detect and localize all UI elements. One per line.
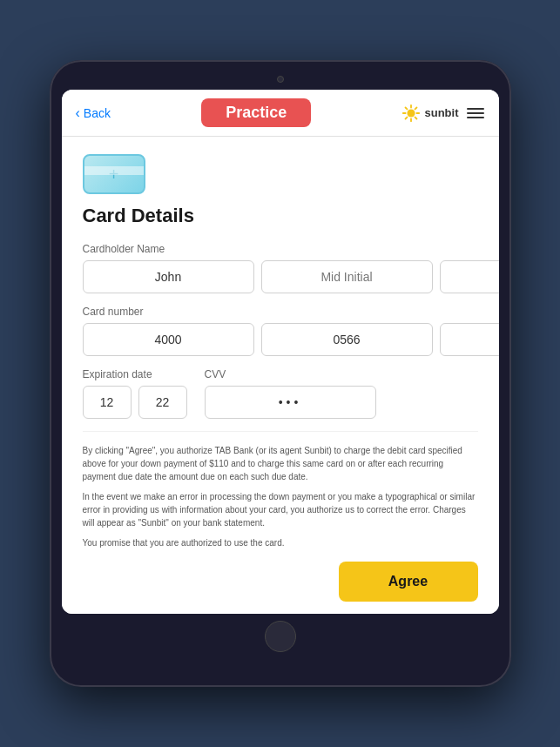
expiry-label: Expiration date: [83, 368, 187, 380]
tablet-home-button[interactable]: [265, 621, 296, 652]
back-label: Back: [84, 106, 111, 120]
card-number-section: Card number: [83, 306, 478, 356]
sunbit-sun-icon: [401, 104, 421, 123]
card-icon: +: [83, 154, 145, 194]
header-title: Practice: [201, 98, 311, 127]
cvv-input[interactable]: [205, 386, 376, 419]
cardholder-label: Cardholder Name: [83, 243, 478, 255]
header-right: sunbit: [401, 104, 484, 123]
cvv-label: CVV: [205, 368, 376, 380]
card-segment-1-input[interactable]: [83, 323, 254, 356]
back-chevron-icon: ‹: [76, 106, 80, 120]
tablet-shell: ‹ Back Practice: [50, 60, 511, 687]
svg-line-7: [415, 107, 417, 109]
content-wrapper: + Card Details Cardholder Name Card numb…: [83, 154, 478, 602]
header: ‹ Back Practice: [62, 90, 499, 137]
content-area: + Card Details Cardholder Name Card numb…: [62, 137, 499, 614]
card-number-label: Card number: [83, 306, 478, 318]
hamburger-menu-icon[interactable]: [467, 108, 484, 118]
expiry-cvv-section: Expiration date CVV: [83, 368, 478, 419]
cardholder-row: [83, 260, 478, 293]
agree-button[interactable]: Agree: [339, 562, 478, 602]
svg-line-6: [415, 117, 417, 118]
card-number-row: [83, 323, 478, 356]
svg-line-5: [406, 107, 408, 109]
page-title: Card Details: [83, 205, 478, 227]
tablet-camera: [277, 76, 284, 83]
svg-line-8: [406, 117, 408, 118]
last-name-input[interactable]: [440, 260, 499, 293]
mid-initial-input[interactable]: [261, 260, 433, 293]
card-segment-2-input[interactable]: [261, 323, 433, 356]
expiry-month-input[interactable]: [83, 386, 132, 419]
legal-paragraph-2: In the event we make an error in process…: [83, 490, 478, 529]
back-button[interactable]: ‹ Back: [76, 106, 111, 120]
legal-paragraph-1: By clicking "Agree", you authorize TAB B…: [83, 444, 478, 483]
sunbit-text: sunbit: [424, 106, 458, 119]
cardholder-name-section: Cardholder Name: [83, 243, 478, 293]
expiry-year-input[interactable]: [138, 386, 187, 419]
svg-point-0: [408, 109, 415, 117]
cvv-group: CVV: [205, 368, 376, 419]
expiry-row: [83, 386, 187, 419]
card-segment-3-input[interactable]: [440, 323, 499, 356]
first-name-input[interactable]: [83, 260, 254, 293]
card-stripe: [84, 166, 144, 175]
legal-section: By clicking "Agree", you authorize TAB B…: [83, 431, 478, 602]
expiry-group: Expiration date: [83, 368, 187, 419]
sunbit-logo: sunbit: [401, 104, 458, 123]
legal-paragraph-3: You promise that you are authorized to u…: [83, 536, 478, 549]
tablet-screen: ‹ Back Practice: [62, 90, 499, 614]
